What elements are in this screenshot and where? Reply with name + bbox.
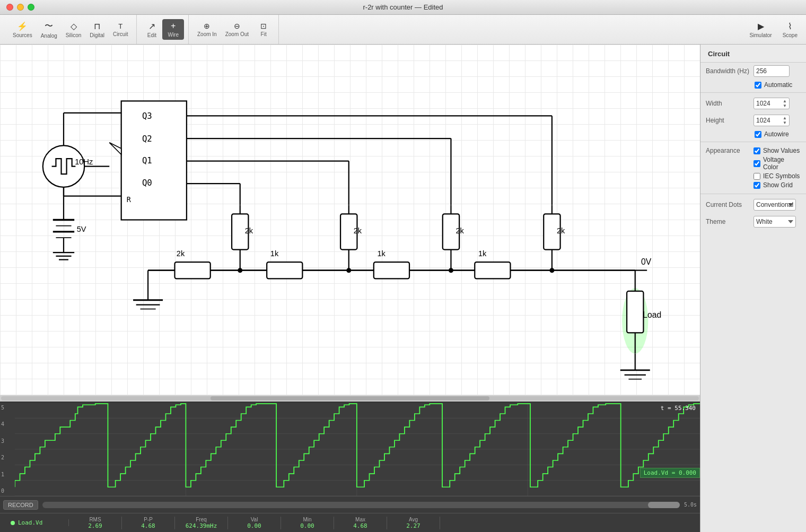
voltage-color-checkbox[interactable] [754,160,760,167]
height-stepper[interactable]: 1024 ▲▼ [754,115,790,126]
silicon-icon: ◇ [71,21,77,31]
record-button[interactable]: RECORD [3,500,38,510]
zoom-out-label: Zoom Out [225,31,249,37]
sources-button[interactable]: ⚡ Sources [8,19,37,40]
stat-max-value: 4.68 [353,522,367,529]
svg-text:Q2: Q2 [142,134,152,144]
stat-max: Max 4.68 [334,517,387,529]
analog-label: Analog [41,33,57,39]
automatic-checkbox[interactable] [755,82,761,89]
circuit-button[interactable]: T Circuit [109,20,132,39]
scope-waveform [15,403,700,496]
iec-symbols-label: IEC Symbols [763,172,800,180]
svg-text:Q1: Q1 [142,155,152,165]
signal-name-item: Load.Vd [5,519,69,526]
width-value: 1024 [756,100,770,107]
width-row: Width 1024 ▲▼ [700,95,806,112]
show-values-checkbox[interactable] [754,147,760,154]
scope-graph[interactable]: 5 4 3 2 1 0 [0,403,700,496]
theme-select[interactable]: White Dark Blue [754,216,796,228]
toolbar-right: ▶ Simulator ⌇ Scope [745,19,802,40]
circuit-label: Circuit [113,31,128,37]
zoom-in-icon: ⊕ [204,22,210,30]
maximize-button[interactable] [28,4,34,11]
circuit-svg: Q3 Q2 Q1 Q0 R 10Hz 5V [0,45,700,395]
fit-icon: ⊡ [260,22,267,30]
zoom-out-button[interactable]: ⊖ Zoom Out [221,20,253,39]
svg-text:2k: 2k [354,226,362,235]
analog-button[interactable]: 〜 Analog [37,19,62,41]
voltage-color-label: Voltage Color [763,156,801,171]
svg-text:Load: Load [643,310,661,319]
stat-val: Val 0.00 [228,517,281,529]
show-grid-label: Show Grid [763,181,793,189]
simulator-button[interactable]: ▶ Simulator [745,19,776,40]
svg-text:2k: 2k [557,226,565,235]
stat-max-label: Max [355,517,365,522]
canvas-scrollbar[interactable] [0,395,700,402]
stat-min-value: 0.00 [300,522,314,529]
svg-rect-0 [121,101,187,220]
digital-button[interactable]: ⊓ Digital [85,19,109,40]
right-panel: Circuit Bandwidth (Hz) Automatic Width 1… [700,45,806,532]
canvas-scrollbar-track[interactable] [1,396,699,400]
digital-icon: ⊓ [94,21,100,31]
window-title: r-2r with counter — Edited [363,3,443,11]
automatic-row: Automatic [700,80,806,90]
height-row: Height 1024 ▲▼ [700,112,806,129]
edit-group: ↗ Edit + Wire [137,15,189,44]
fit-button[interactable]: ⊡ Fit [253,20,274,39]
scope-button[interactable]: ⌇ Scope [778,19,802,40]
svg-text:1k: 1k [378,249,386,258]
edit-button[interactable]: ↗ Edit [141,19,162,40]
zoom-in-button[interactable]: ⊕ Zoom In [193,20,221,39]
close-button[interactable] [6,4,13,11]
stat-freq-value: 624.39mHz [186,522,217,529]
current-dots-select[interactable]: Conventional Electron [754,199,796,211]
sources-icon: ⚡ [17,21,28,31]
wire-label: Wire [168,32,179,38]
silicon-button[interactable]: ◇ Silicon [62,19,85,40]
sources-label: Sources [13,32,32,38]
stats-bar: Load.Vd RMS 2.69 P-P 4.68 Freq 624.39mHz… [0,513,700,532]
main-content: Q3 Q2 Q1 Q0 R 10Hz 5V [0,45,806,532]
canvas-scrollbar-thumb[interactable] [211,396,489,400]
scope-scrollbar[interactable] [42,502,680,508]
width-stepper[interactable]: 1024 ▲▼ [754,98,790,109]
svg-text:1k: 1k [270,249,279,258]
current-dots-label: Current Dots [706,201,754,208]
scope-label: Scope [783,32,798,38]
bandwidth-label: Bandwidth (Hz) [706,67,754,75]
bandwidth-input[interactable] [754,65,790,77]
svg-text:1k: 1k [478,249,487,258]
stat-pp-label: P-P [144,517,153,522]
width-arrows[interactable]: ▲▼ [783,99,787,108]
stat-freq: Freq 624.39mHz [175,517,228,529]
circuit-canvas[interactable]: Q3 Q2 Q1 Q0 R 10Hz 5V [0,45,700,395]
stat-min-label: Min [303,517,311,522]
fit-label: Fit [261,31,267,37]
edit-icon: ↗ [148,21,155,31]
right-panel-title: Circuit [700,45,806,63]
show-grid-checkbox[interactable] [754,182,760,189]
zoom-in-label: Zoom In [197,31,217,37]
minimize-button[interactable] [17,4,24,11]
scope-scrollbar-thumb[interactable] [648,502,680,508]
width-label: Width [706,100,754,107]
circuit-panel: Q3 Q2 Q1 Q0 R 10Hz 5V [0,45,700,532]
scope-time-label: t = 55.340 [661,405,696,412]
stat-val-label: Val [251,517,258,522]
autowire-checkbox[interactable] [755,131,761,138]
appearance-row: Appearance Show Values Voltage Color IEC… [700,144,806,191]
height-value: 1024 [756,117,770,124]
height-arrows[interactable]: ▲▼ [783,116,787,125]
scope-tooltip: Load.Vd = 0.000 [640,468,700,478]
autowire-label: Autowire [764,130,789,138]
wire-button[interactable]: + Wire [162,19,184,40]
svg-text:5V: 5V [77,225,86,233]
iec-symbols-checkbox[interactable] [754,173,760,180]
autowire-row: Autowire [700,129,806,139]
svg-rect-50 [175,262,211,278]
stat-freq-label: Freq [196,517,207,522]
svg-text:2k: 2k [177,249,185,258]
